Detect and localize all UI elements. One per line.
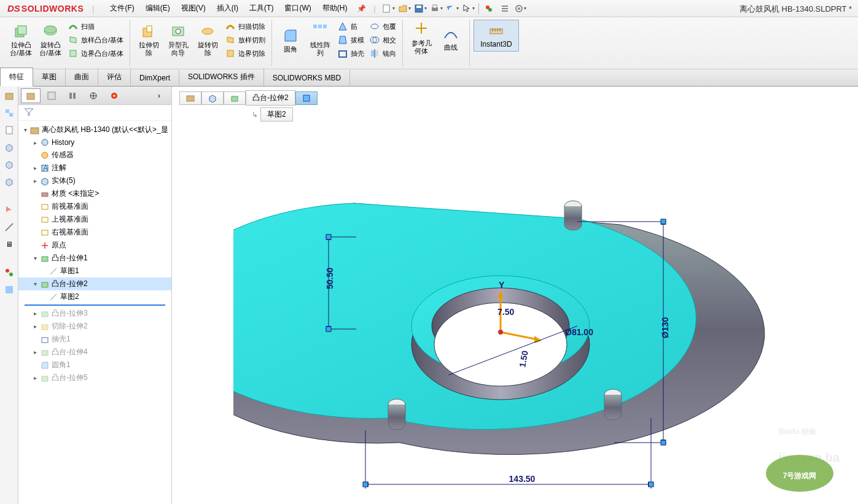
tree-sketch2[interactable]: 草图2 [60,292,79,302]
tree-fillet1[interactable]: 圆角1 [52,360,71,370]
menu-file[interactable]: 文件(F) [105,1,139,16]
print-button[interactable]: ▾ [429,2,445,15]
svg-rect-0 [383,5,389,12]
tree-boss-ext3[interactable]: 凸台-拉伸3 [52,308,88,319]
rail-part-icon[interactable] [2,89,16,103]
sweep-button[interactable]: 扫描 [65,20,126,33]
options-list-button[interactable] [497,2,513,15]
rebuild-button[interactable] [481,2,497,15]
tree-history[interactable]: History [52,138,74,147]
model-canvas[interactable]: Y 50.50 143.50 Ø130 [233,123,786,504]
instant3d-button[interactable]: Instant3D [474,20,518,52]
tab-sw-mbd[interactable]: SOLIDWORKS MBD [264,70,350,86]
bc-feature-icon[interactable] [224,91,246,105]
wrap-button[interactable]: 包覆 [367,20,399,33]
svg-rect-47 [6,109,9,113]
tree-annotations[interactable]: 注解 [52,163,66,173]
tree-tab-dimxpert[interactable] [84,88,103,103]
tree-right-plane[interactable]: 右视基准面 [52,227,88,238]
intersect-button[interactable]: 相交 [367,33,399,47]
revolve-cut-button[interactable]: 旋转切除 [193,20,222,60]
tree-tab-property[interactable] [42,88,61,103]
graphics-viewport[interactable]: 凸台-拉伸2 ↳ 草图2 [172,87,858,504]
open-button[interactable]: ▾ [397,2,413,15]
menu-edit[interactable]: 编辑(E) [141,1,175,16]
pin-icon[interactable]: 📌 [357,4,366,13]
tree-top-plane[interactable]: 上视基准面 [52,214,88,225]
rail-display-icon[interactable]: 🖥 [2,238,16,251]
breadcrumb-child[interactable]: ↳ 草图2 [252,107,293,122]
bc-face-icon[interactable] [295,91,318,105]
new-button[interactable]: ▾ [381,2,397,15]
tree-front-plane[interactable]: 前视基准面 [52,201,88,212]
curves-button[interactable]: 曲线 [436,20,466,56]
bc-feature-name[interactable]: 凸台-拉伸2 [246,90,295,106]
tree-boss-ext1[interactable]: 凸台-拉伸1 [52,253,88,263]
rail-cube3-icon[interactable] [2,175,16,188]
svg-rect-78 [187,96,194,101]
sweep-cut-button[interactable]: 扫描切除 [222,20,268,33]
options-button[interactable]: ▾ [513,2,529,15]
tree-tab-display[interactable] [104,88,124,103]
menu-window[interactable]: 窗口(W) [279,1,316,16]
feature-tree[interactable]: ▾离心鼓风机 HB-1340 (默认<<默认>_显 ▸History 传感器 ▸… [18,121,171,504]
rail-appearances-icon[interactable] [2,266,16,279]
hole-wizard-button[interactable]: 异型孔向导 [163,20,193,60]
revolve-boss-button[interactable]: 旋转凸台/基体 [36,20,65,60]
boundary-cut-button[interactable]: 边界切除 [222,47,268,60]
draft-button[interactable]: 拔模 [335,33,367,47]
tree-cut-ext2[interactable]: 切除-拉伸2 [52,321,88,331]
boundary-boss-button[interactable]: 边界凸台/基体 [65,47,126,60]
tab-sketch[interactable]: 草图 [33,68,66,86]
tab-sw-addins[interactable]: SOLIDWORKS 插件 [179,68,264,86]
tab-dimxpert[interactable]: DimXpert [131,70,179,86]
rail-cube2-icon[interactable] [2,158,16,171]
tab-evaluate[interactable]: 评估 [98,68,131,86]
rail-drawing-icon[interactable] [2,123,16,137]
rail-arrow-icon[interactable] [2,203,16,217]
tree-tab-config[interactable] [63,88,82,103]
tree-sensors[interactable]: 传感器 [52,150,74,160]
linear-pattern-button[interactable]: 线性阵列 [305,20,335,60]
fillet-button[interactable]: 圆角 [276,20,305,60]
tree-material[interactable]: 材质 <未指定> [52,188,99,199]
mirror-button[interactable]: 镜向 [367,47,399,60]
bc-part-icon[interactable] [179,91,201,105]
tab-feature[interactable]: 特征 [0,68,33,87]
menu-view[interactable]: 视图(V) [176,1,211,16]
svg-rect-70 [42,230,48,235]
svg-text:Ø130: Ø130 [660,317,670,338]
svg-rect-76 [42,351,48,355]
left-task-rail: 🖥 [0,87,18,504]
tree-boss-ext2[interactable]: 凸台-拉伸2 [52,279,88,289]
select-button[interactable]: ▾ [461,2,477,15]
rail-cube1-icon[interactable] [2,141,16,154]
rail-assembly-icon[interactable] [2,106,16,120]
loft-boss-button[interactable]: 放样凸台/基体 [65,33,126,47]
tree-root[interactable]: 离心鼓风机 HB-1340 (默认<<默认>_显 [42,125,168,135]
tree-boss-ext4[interactable]: 凸台-拉伸4 [52,347,88,357]
bc-body-icon[interactable] [201,91,224,105]
tree-sketch1[interactable]: 草图1 [60,266,79,276]
funnel-icon[interactable] [23,107,34,116]
tree-tab-feature[interactable] [21,88,41,103]
rib-button[interactable]: 筋 [335,20,367,33]
tab-surface[interactable]: 曲面 [66,68,98,86]
extrude-boss-button[interactable]: 拉伸凸台/基体 [6,20,36,60]
rail-sketch-icon[interactable] [2,220,16,234]
tree-origin[interactable]: 原点 [52,240,66,250]
tree-tab-more[interactable]: › [149,88,169,103]
tree-shell1[interactable]: 抽壳1 [52,334,71,344]
loft-cut-button[interactable]: 放样切割 [222,33,268,47]
menu-tools[interactable]: 工具(T) [244,1,278,16]
ref-geom-button[interactable]: 参考几何体 [407,20,436,56]
menu-insert[interactable]: 插入(I) [212,1,243,16]
menu-help[interactable]: 帮助(H) [318,1,353,16]
undo-button[interactable]: ▾ [445,2,461,15]
extrude-cut-button[interactable]: 拉伸切除 [134,20,163,60]
tree-solid-bodies[interactable]: 实体(5) [52,176,76,186]
rail-custom-icon[interactable] [2,283,16,297]
tree-boss-ext5[interactable]: 凸台-拉伸5 [52,373,88,383]
shell-button[interactable]: 抽壳 [335,47,367,60]
save-button[interactable]: ▾ [413,2,429,15]
